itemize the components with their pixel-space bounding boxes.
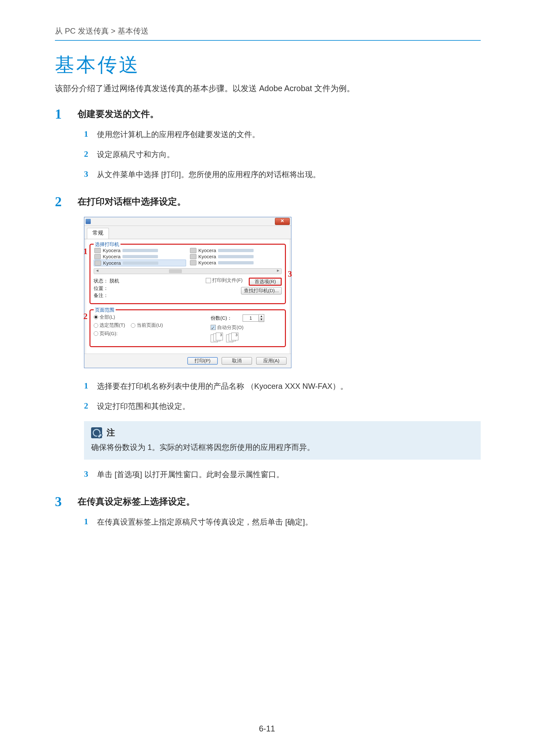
- tab-general[interactable]: 常规: [87, 228, 109, 239]
- substep-text: 使用您计算机上的应用程序创建要发送的文件。: [97, 129, 481, 140]
- printer-name: Kyocera: [198, 260, 216, 265]
- intro-text: 该部分介绍了通过网络传真发送传真的基本步骤。以发送 Adobe Acrobat …: [55, 83, 481, 94]
- group-select-printer: 1 3 选择打印机 Kyocera Kyocera Kyocera: [89, 244, 286, 304]
- copies-spinner[interactable]: 1 ▲▼: [242, 314, 264, 322]
- cancel-button[interactable]: 取消: [222, 357, 252, 364]
- printer-scrollbar[interactable]: [94, 268, 282, 274]
- note-title: 注: [107, 427, 115, 438]
- substep-number: 3: [84, 469, 97, 480]
- step-2: 2 在打印对话框中选择设定。 ✕ 常规: [55, 194, 481, 489]
- preferences-button[interactable]: 首选项(R): [249, 278, 282, 286]
- apply-button[interactable]: 应用(A): [256, 357, 287, 364]
- substep: 2 设定打印范围和其他设定。: [84, 401, 481, 412]
- note-icon: [91, 427, 102, 438]
- step-number: 1: [55, 107, 78, 189]
- printer-icon: [94, 248, 101, 253]
- substep-number: 3: [84, 169, 97, 180]
- substep: 2 设定原稿尺寸和方向。: [84, 149, 481, 160]
- step-3: 3 在传真设定标签上选择设定。 1 在传真设置标签上指定原稿尺寸等传真设定，然后…: [55, 494, 481, 537]
- group-title: 页面范围: [94, 307, 116, 313]
- substep: 1 在传真设置标签上指定原稿尺寸等传真设定，然后单击 [确定]。: [84, 517, 481, 527]
- callout-1: 1: [83, 247, 88, 256]
- radio-current-page[interactable]: 当前页面(U): [131, 322, 163, 328]
- radio-pages[interactable]: 页码(G):: [94, 331, 117, 337]
- substep-text: 设定原稿尺寸和方向。: [97, 149, 481, 160]
- substep: 1 选择要在打印机名称列表中使用的产品名称 （Kyocera XXX NW-FA…: [84, 381, 481, 392]
- substep-number: 2: [84, 149, 97, 160]
- dialog-titlebar: ✕: [84, 217, 291, 226]
- step-number: 3: [55, 494, 78, 537]
- substep-text: 单击 [首选项] 以打开属性窗口。此时会显示属性窗口。: [97, 469, 481, 480]
- step-1: 1 创建要发送的文件。 1 使用您计算机上的应用程序创建要发送的文件。 2 设定…: [55, 107, 481, 189]
- print-dialog-screenshot: ✕ 常规 1 3 选择打印机 Kyocera: [84, 217, 481, 368]
- printer-status: 状态： 脱机 位置： 备注：: [94, 277, 202, 299]
- page-number: 6-11: [0, 724, 534, 733]
- header-rule: [55, 40, 481, 41]
- copies-label: 份数(C)：: [211, 315, 232, 321]
- copies-value: 1: [242, 314, 259, 322]
- printer-name: Kyocera: [198, 254, 216, 259]
- close-button[interactable]: ✕: [275, 218, 290, 225]
- breadcrumb: 从 PC 发送传真 > 基本传送: [55, 26, 481, 36]
- substep: 1 使用您计算机上的应用程序创建要发送的文件。: [84, 129, 481, 140]
- radio-all[interactable]: 全部(L): [94, 314, 115, 320]
- substep-text: 选择要在打印机名称列表中使用的产品名称 （Kyocera XXX NW-FAX）…: [97, 381, 481, 392]
- substep-text: 从文件菜单中选择 [打印]。您所使用的应用程序的对话框将出现。: [97, 169, 481, 180]
- substep-number: 1: [84, 517, 97, 527]
- note-text: 确保将份数设为 1。实际的对话框将因您所使用的应用程序而异。: [91, 442, 473, 452]
- step-heading: 创建要发送的文件。: [78, 108, 481, 120]
- substep: 3 单击 [首选项] 以打开属性窗口。此时会显示属性窗口。: [84, 469, 481, 480]
- group-title: 选择打印机: [94, 241, 120, 248]
- callout-3: 3: [288, 269, 292, 279]
- printer-list-right[interactable]: Kyocera Kyocera Kyocera: [189, 247, 282, 266]
- substep-number: 2: [84, 401, 97, 412]
- printer-icon: [190, 248, 196, 253]
- printer-icon: [190, 254, 196, 259]
- substep-text: 在传真设置标签上指定原稿尺寸等传真设定，然后单击 [确定]。: [97, 517, 481, 527]
- printer-name: Kyocera: [103, 254, 120, 259]
- note-box: 注 确保将份数设为 1。实际的对话框将因您所使用的应用程序而异。: [84, 421, 481, 460]
- checkbox-print-to-file[interactable]: 打印到文件(F): [206, 277, 242, 284]
- collate-illustration: 123 123: [211, 333, 282, 342]
- printer-name: Kyocera: [198, 248, 216, 253]
- printer-name: Kyocera: [103, 248, 120, 253]
- substep: 3 从文件菜单中选择 [打印]。您所使用的应用程序的对话框将出现。: [84, 169, 481, 180]
- printer-list-left[interactable]: Kyocera Kyocera Kyocera: [94, 247, 186, 266]
- spinner-arrows-icon[interactable]: ▲▼: [259, 314, 264, 322]
- dialog-tabbar: 常规: [84, 226, 291, 239]
- step-number: 2: [55, 194, 78, 489]
- step-heading: 在打印对话框中选择设定。: [78, 196, 481, 208]
- checkbox-collate[interactable]: ✓自动分页(O): [211, 325, 243, 331]
- step-heading: 在传真设定标签上选择设定。: [78, 496, 481, 508]
- substep-number: 1: [84, 129, 97, 140]
- printer-icon: [190, 260, 196, 265]
- printer-icon: [94, 254, 101, 259]
- printer-icon: [95, 260, 101, 266]
- page-title: 基本传送: [55, 52, 481, 78]
- app-icon: [86, 219, 91, 224]
- substep-text: 设定打印范围和其他设定。: [97, 401, 481, 412]
- group-page-range: 2 页面范围 全部(L) 选定范围(T) 当前页面(U): [89, 309, 286, 347]
- print-dialog: ✕ 常规 1 3 选择打印机 Kyocera: [84, 217, 292, 368]
- callout-2: 2: [83, 311, 88, 321]
- printer-name: Kyocera: [103, 260, 121, 266]
- find-printer-button[interactable]: 查找打印机(D)...: [241, 287, 282, 294]
- radio-selection[interactable]: 选定范围(T): [94, 322, 125, 328]
- dialog-footer: 打印(P) 取消 应用(A): [84, 354, 291, 368]
- substep-number: 1: [84, 381, 97, 392]
- print-button[interactable]: 打印(P): [187, 357, 218, 364]
